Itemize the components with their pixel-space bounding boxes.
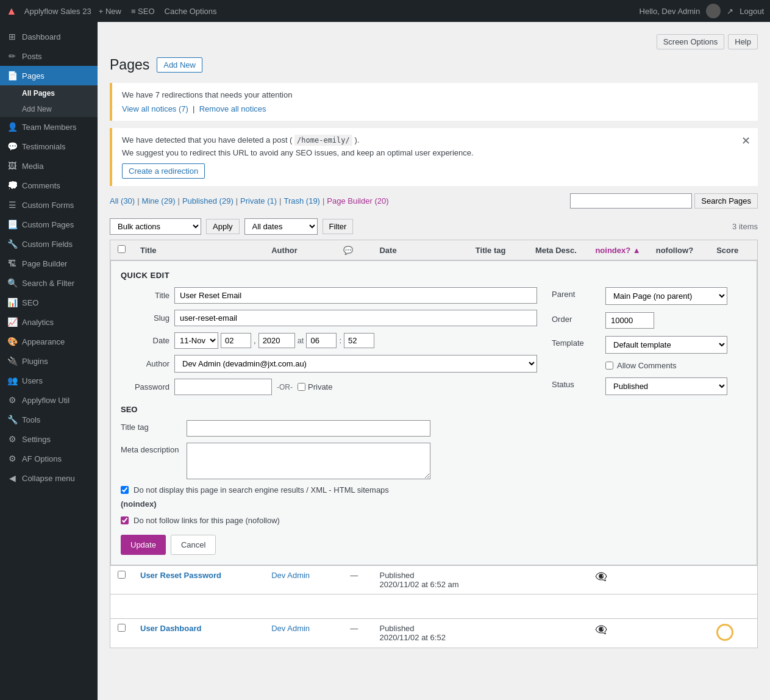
nofollow-checkbox[interactable] (121, 516, 129, 524)
qe-title-input[interactable] (174, 287, 537, 304)
sidebar-item-search-filter[interactable]: 🔍 Search & Filter (0, 273, 98, 293)
qe-status-label: Status (552, 377, 601, 389)
qe-parent-label: Parent (552, 287, 601, 299)
row-noindex-cell: 👁‍🗨 (588, 566, 648, 595)
author-link[interactable]: Dev Admin (271, 624, 310, 633)
bulk-actions-select[interactable]: Bulk actions Edit Move to Trash (110, 218, 201, 235)
sidebar-label-appearance: Appearance (22, 337, 65, 346)
sidebar-label-custom-fields: Custom Fields (22, 240, 73, 249)
col-noindex-header[interactable]: noindex? ▲ (588, 240, 648, 260)
noindex-checkbox-row: Do not display this page in search engin… (121, 485, 537, 495)
seo-notice-close[interactable]: ✕ (741, 135, 750, 146)
filter-link-page-builder[interactable]: Page Builder (20) (327, 196, 388, 205)
filter-button[interactable]: Filter (323, 219, 354, 234)
appearance-icon: 🎨 (7, 337, 17, 346)
cancel-button[interactable]: Cancel (171, 535, 216, 555)
month-select[interactable]: 11-Nov (174, 332, 218, 349)
seo-title-input[interactable] (187, 420, 430, 437)
add-new-button[interactable]: Add New (157, 57, 202, 73)
sidebar-item-plugins[interactable]: 🔌 Plugins (0, 351, 98, 371)
sidebar-item-appearance[interactable]: 🎨 Appearance (0, 332, 98, 351)
noindex-checkbox[interactable] (121, 486, 129, 494)
private-label: Private (298, 382, 332, 391)
seo-meta-textarea[interactable] (187, 443, 430, 479)
help-button[interactable]: Help (728, 34, 758, 49)
filter-link-trash[interactable]: Trash (19) (283, 196, 319, 205)
apply-button[interactable]: Apply (206, 219, 240, 234)
sidebar-item-analytics[interactable]: 📈 Analytics (0, 312, 98, 332)
qe-slug-input[interactable] (174, 310, 537, 326)
author-select[interactable]: Dev Admin (devadmin@jxt.com.au) (174, 355, 537, 373)
create-redirection-button[interactable]: Create a redirection (122, 163, 205, 179)
sidebar-item-dashboard[interactable]: ⊞ Dashboard (0, 27, 98, 46)
dates-select[interactable]: All dates (244, 218, 318, 235)
select-all-checkbox[interactable] (118, 245, 126, 253)
filter-link-published[interactable]: Published (29) (182, 196, 233, 205)
sidebar-item-custom-pages[interactable]: 📃 Custom Pages (0, 215, 98, 234)
sidebar-item-collapse[interactable]: ◀ Collapse menu (0, 468, 98, 488)
row-comment-cell: — (336, 619, 372, 648)
sidebar-item-custom-forms[interactable]: ☰ Custom Forms (0, 195, 98, 215)
password-input[interactable] (174, 379, 272, 395)
submenu-add-new[interactable]: Add New (0, 101, 98, 117)
hour-input[interactable] (306, 333, 337, 348)
minute-input[interactable] (344, 333, 374, 348)
sidebar-item-settings[interactable]: ⚙ Settings (0, 429, 98, 449)
year-input[interactable] (258, 333, 295, 348)
date-row: 11-Nov , at : (174, 332, 374, 349)
sidebar-item-af-options[interactable]: ⚙ AF Options (0, 449, 98, 468)
sidebar-item-seo[interactable]: 📊 SEO (0, 293, 98, 312)
sidebar-item-tools[interactable]: 🔧 Tools (0, 410, 98, 429)
logout-link[interactable]: Logout (740, 7, 764, 16)
sidebar-item-posts[interactable]: ✏ Posts (0, 46, 98, 66)
new-link[interactable]: + New (99, 7, 121, 16)
cache-link[interactable]: Cache Options (165, 7, 217, 16)
parent-select[interactable]: Main Page (no parent) (605, 287, 727, 305)
submenu-all-pages[interactable]: All Pages (0, 85, 98, 101)
allow-comments-checkbox[interactable] (605, 362, 613, 370)
action-buttons: Update Cancel (121, 535, 537, 555)
private-checkbox[interactable] (298, 383, 305, 391)
sidebar-item-users[interactable]: 👥 Users (0, 371, 98, 390)
sidebar-item-comments[interactable]: 💭 Comments (0, 176, 98, 195)
template-select[interactable]: Default template (605, 336, 727, 354)
row-checkbox[interactable] (118, 624, 126, 632)
sidebar-item-pages[interactable]: 📄 Pages (0, 66, 98, 85)
filter-link-private[interactable]: Private (1) (240, 196, 277, 205)
row-checkbox[interactable] (118, 571, 126, 579)
sidebar-item-team-members[interactable]: 👤 Team Members (0, 117, 98, 137)
filter-link-all[interactable]: All (30) (110, 196, 135, 205)
update-button[interactable]: Update (121, 535, 166, 555)
seo-icon: 📊 (7, 298, 17, 307)
qe-order-field: Order (552, 312, 747, 329)
day-input[interactable] (221, 333, 251, 348)
seo-notice: ✕ We have detected that you have deleted… (110, 128, 758, 186)
sidebar-label-custom-forms: Custom Forms (22, 201, 74, 210)
page-title-link[interactable]: User Reset Password (140, 571, 221, 580)
sidebar-item-applyflow-util[interactable]: ⚙ Applyflow Util (0, 390, 98, 410)
row-titletag-cell (468, 619, 528, 648)
redirect-notice: We have 7 redirections that needs your a… (110, 83, 758, 121)
sidebar-item-custom-fields[interactable]: 🔧 Custom Fields (0, 234, 98, 254)
sidebar-item-page-builder[interactable]: 🏗 Page Builder (0, 254, 98, 273)
sidebar-item-testimonials[interactable]: 💬 Testimonials (0, 137, 98, 156)
seo-link[interactable]: ≡ SEO (131, 7, 155, 16)
remove-all-notices-link[interactable]: Remove all notices (199, 104, 266, 113)
qe-comments-field: Allow Comments (552, 361, 747, 370)
search-pages-button[interactable]: Search Pages (694, 193, 758, 209)
screen-options-button[interactable]: Screen Options (657, 34, 725, 49)
view-all-notices-link[interactable]: View all notices (7) (122, 104, 188, 113)
status-select[interactable]: Published (605, 377, 727, 395)
sidebar-item-media[interactable]: 🖼 Media (0, 156, 98, 176)
row-checkbox-cell (110, 566, 134, 595)
filter-link-mine[interactable]: Mine (29) (142, 196, 176, 205)
pages-table: Title Author 💬 Date Title tag Meta Desc.… (110, 240, 758, 648)
search-input[interactable] (570, 193, 692, 209)
testimonials-icon: 💬 (7, 141, 17, 151)
author-link[interactable]: Dev Admin (271, 571, 310, 580)
admin-menu: ⊞ Dashboard ✏ Posts 📄 Pages All Pages Ad… (0, 22, 98, 700)
order-input[interactable] (605, 312, 654, 329)
admin-bar: ▲ Applyflow Sales 23 + New ≡ SEO Cache O… (0, 0, 770, 22)
admin-bar-links: + New ≡ SEO Cache Options (99, 7, 217, 16)
page-title-link[interactable]: User Dashboard (140, 624, 201, 633)
